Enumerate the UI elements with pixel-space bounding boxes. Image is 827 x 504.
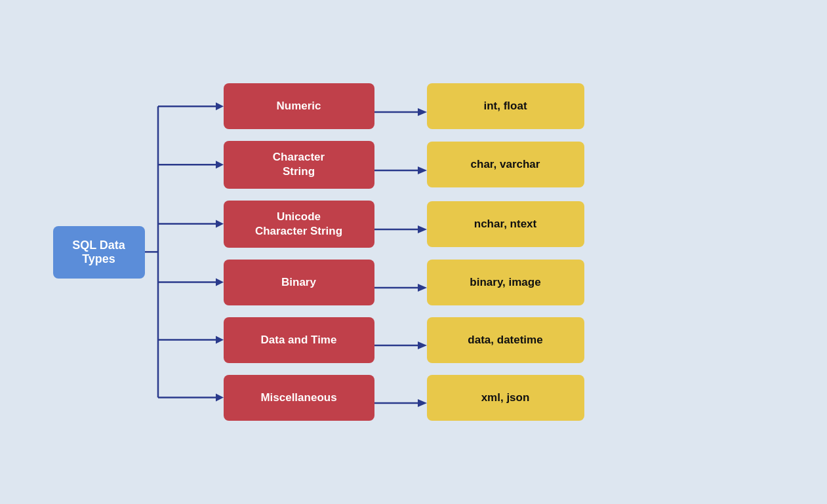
category-node: UnicodeCharacter String xyxy=(224,201,374,248)
category-node: Numeric xyxy=(224,83,374,129)
svg-marker-5 xyxy=(216,161,224,169)
root-node: SQL DataTypes xyxy=(53,226,145,279)
arrow-svg xyxy=(374,339,427,352)
svg-marker-25 xyxy=(418,399,427,407)
data-row: Miscellaneousxml, json xyxy=(224,375,584,421)
category-node: Data and Time xyxy=(224,317,374,363)
arrow-svg xyxy=(374,223,427,236)
svg-marker-11 xyxy=(216,336,224,344)
example-node: xml, json xyxy=(427,375,584,421)
example-node: data, datetime xyxy=(427,317,584,363)
example-node: int, float xyxy=(427,83,584,129)
svg-marker-21 xyxy=(418,284,427,292)
branch-lines-container xyxy=(145,83,224,420)
arrow-svg xyxy=(374,397,427,410)
svg-marker-19 xyxy=(418,225,427,233)
branch-svg xyxy=(145,83,224,420)
svg-marker-7 xyxy=(216,220,224,228)
svg-marker-9 xyxy=(216,279,224,286)
category-node: Miscellaneous xyxy=(224,375,374,421)
arrow-connector xyxy=(374,281,427,283)
data-row: Data and Timedata, datetime xyxy=(224,317,584,363)
rows-container: Numericint, floatCharacterStringchar, va… xyxy=(224,83,584,420)
arrow-svg xyxy=(374,281,427,294)
arrow-connector xyxy=(374,339,427,341)
arrow-connector xyxy=(374,397,427,398)
data-row: UnicodeCharacter Stringnchar, ntext xyxy=(224,201,584,248)
arrow-svg xyxy=(374,164,427,177)
example-node: binary, image xyxy=(427,260,584,305)
example-node: nchar, ntext xyxy=(427,201,584,247)
arrow-connector xyxy=(374,106,427,107)
svg-marker-3 xyxy=(216,103,224,111)
data-row: CharacterStringchar, varchar xyxy=(224,141,584,188)
svg-marker-17 xyxy=(418,166,427,174)
category-node: CharacterString xyxy=(224,141,374,188)
svg-marker-15 xyxy=(418,108,427,116)
arrow-connector xyxy=(374,223,427,225)
diagram: SQL DataTypes Numericint, floatCharacter… xyxy=(53,83,775,420)
svg-marker-13 xyxy=(216,394,224,402)
arrow-svg xyxy=(374,106,427,119)
svg-marker-23 xyxy=(418,341,427,349)
arrow-connector xyxy=(374,164,427,166)
root-label: SQL DataTypes xyxy=(72,239,125,266)
category-node: Binary xyxy=(224,260,374,305)
data-row: Binarybinary, image xyxy=(224,260,584,305)
example-node: char, varchar xyxy=(427,142,584,187)
data-row: Numericint, float xyxy=(224,83,584,129)
